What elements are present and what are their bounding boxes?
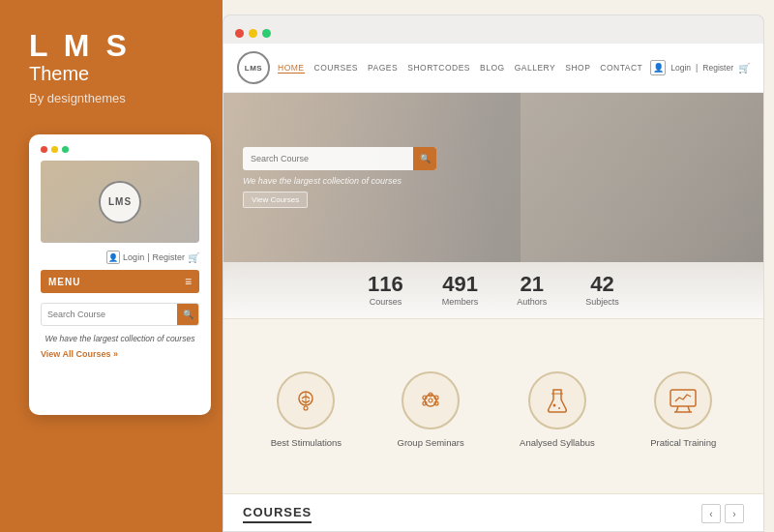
- nav-login[interactable]: Login: [670, 63, 691, 73]
- hero-view-courses-button[interactable]: View Courses: [243, 192, 308, 208]
- user-icon: 👤: [106, 251, 120, 264]
- nav-user-icon: 👤: [650, 60, 666, 75]
- browser-content: LMS HOME COURSES PAGES SHORTCODES BLOG G…: [223, 44, 764, 532]
- browser-dot-yellow: [249, 29, 257, 38]
- mobile-tagline: We have the largest collection of course…: [41, 334, 199, 343]
- view-all-courses-link[interactable]: View All Courses »: [41, 349, 199, 359]
- nav-home[interactable]: HOME: [278, 63, 305, 74]
- hero-tagline: We have the largest collection of course…: [243, 176, 436, 186]
- site-logo: LMS: [237, 51, 270, 84]
- stats-bar: 116 Courses 491 Members 21 Authors 42 Su…: [223, 262, 763, 319]
- mobile-menu-bar[interactable]: MENU ≡: [41, 270, 199, 293]
- mobile-dot-yellow: [51, 146, 58, 153]
- browser-dot-red: [235, 29, 244, 38]
- mobile-mockup: LMS 👤 Login | Register 🛒 MENU ≡ 🔍 We hav…: [29, 134, 211, 415]
- features-section: Best Stimulations Group Seminars: [223, 319, 763, 493]
- hero-search-input[interactable]: [243, 149, 413, 168]
- svg-line-15: [688, 406, 690, 412]
- stat-authors-label: Authors: [517, 297, 547, 307]
- hero-person-decoration: [521, 93, 763, 262]
- feature-group-seminars: Group Seminars: [398, 371, 464, 448]
- svg-line-14: [676, 406, 678, 412]
- stat-authors-number: 21: [521, 274, 544, 295]
- courses-next-button[interactable]: ›: [725, 504, 744, 523]
- nav-contact[interactable]: CONTACT: [600, 63, 642, 73]
- feature-icon-brain: [277, 371, 335, 429]
- feature-analysed-syllabus: Analysed Syllabus: [520, 371, 595, 448]
- nav-gallery[interactable]: GALLERY: [515, 63, 556, 73]
- mobile-register-link[interactable]: Register: [152, 252, 185, 262]
- group-icon: [416, 386, 445, 415]
- stat-subjects-label: Subjects: [585, 297, 619, 307]
- cart-icon[interactable]: 🛒: [188, 252, 199, 263]
- mobile-search-input[interactable]: [42, 306, 177, 323]
- right-panel: LMS HOME COURSES PAGES SHORTCODES BLOG G…: [223, 0, 774, 532]
- app-byline: By designthemes: [29, 91, 126, 105]
- flask-icon: [545, 386, 570, 415]
- hamburger-icon[interactable]: ≡: [185, 275, 192, 288]
- site-nav-right: 👤 Login | Register 🛒: [650, 60, 750, 75]
- feature-icon-group: [402, 371, 460, 429]
- stat-authors: 21 Authors: [517, 274, 547, 307]
- browser-chrome: [223, 15, 764, 44]
- courses-prev-button[interactable]: ‹: [701, 504, 721, 523]
- feature-icon-flask: [528, 371, 586, 429]
- nav-blog[interactable]: BLOG: [480, 63, 505, 73]
- mobile-menu-label: MENU: [48, 277, 80, 287]
- svg-point-2: [304, 406, 308, 410]
- search-icon: 🔍: [183, 310, 194, 319]
- courses-section-header: COURSES ‹ ›: [223, 493, 763, 531]
- mobile-search-button[interactable]: 🔍: [177, 304, 198, 325]
- stat-courses-number: 116: [368, 274, 403, 295]
- hero-search-icon: 🔍: [420, 154, 431, 163]
- mobile-logo: LMS: [99, 181, 141, 223]
- site-nav-links: HOME COURSES PAGES SHORTCODES BLOG GALLE…: [278, 63, 642, 74]
- site-hero: 🔍 We have the largest collection of cour…: [223, 93, 763, 262]
- stat-members-number: 491: [442, 274, 478, 295]
- stat-subjects: 42 Subjects: [585, 274, 619, 307]
- svg-point-11: [552, 403, 555, 406]
- brain-icon: [292, 387, 319, 414]
- courses-nav-controls: ‹ ›: [701, 504, 744, 523]
- nav-cart-icon[interactable]: 🛒: [738, 63, 750, 74]
- app-title: L M S: [29, 29, 131, 63]
- hero-search-bar: 🔍: [243, 147, 436, 170]
- nav-register[interactable]: Register: [702, 63, 733, 73]
- hero-content: 🔍 We have the largest collection of cour…: [243, 147, 436, 208]
- svg-rect-13: [670, 390, 696, 406]
- mobile-search-bar: 🔍: [41, 303, 199, 326]
- app-subtitle: Theme: [29, 63, 89, 85]
- stat-courses: 116 Courses: [368, 274, 403, 307]
- browser-dot-green: [262, 29, 271, 38]
- feature-practical-training: Pratical Training: [650, 371, 716, 448]
- svg-point-4: [429, 399, 432, 402]
- mobile-separator: |: [147, 252, 149, 262]
- browser-window-controls: [235, 23, 752, 44]
- feature-label-syllabus: Analysed Syllabus: [520, 437, 595, 448]
- mobile-login-link[interactable]: Login: [123, 252, 144, 262]
- mobile-window-controls: [41, 146, 199, 153]
- site-nav: LMS HOME COURSES PAGES SHORTCODES BLOG G…: [223, 44, 763, 93]
- feature-label-stimulations: Best Stimulations: [271, 437, 342, 448]
- stat-members-label: Members: [442, 297, 479, 307]
- stat-members: 491 Members: [442, 274, 479, 307]
- feature-label-training: Pratical Training: [650, 437, 716, 448]
- nav-courses[interactable]: COURSES: [314, 63, 359, 73]
- mobile-dot-red: [41, 146, 47, 153]
- stat-subjects-number: 42: [590, 274, 613, 295]
- hero-search-button[interactable]: 🔍: [413, 147, 436, 170]
- mobile-login-bar: 👤 Login | Register 🛒: [41, 251, 199, 264]
- nav-pages[interactable]: PAGES: [368, 63, 398, 73]
- feature-label-seminars: Group Seminars: [398, 437, 464, 448]
- courses-section-title: COURSES: [243, 505, 312, 523]
- monitor-icon: [669, 388, 698, 413]
- mobile-hero: LMS: [41, 161, 199, 243]
- stat-courses-label: Courses: [370, 297, 402, 307]
- nav-shortcodes[interactable]: SHORTCODES: [407, 63, 470, 73]
- left-panel: L M S Theme By designthemes LMS 👤 Login …: [0, 0, 223, 532]
- feature-icon-monitor: [654, 371, 712, 429]
- svg-point-12: [558, 407, 560, 409]
- nav-shop[interactable]: SHOP: [565, 63, 590, 73]
- nav-separator: |: [696, 63, 698, 73]
- mobile-dot-green: [62, 146, 69, 153]
